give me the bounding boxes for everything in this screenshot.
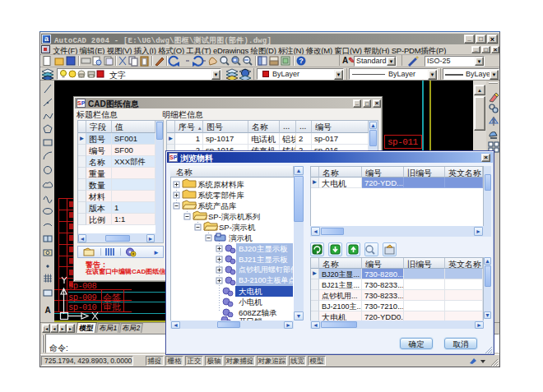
- svg-text:►: ►: [153, 249, 160, 256]
- svg-text:A: A: [44, 306, 50, 315]
- svg-text:?: ?: [299, 57, 304, 65]
